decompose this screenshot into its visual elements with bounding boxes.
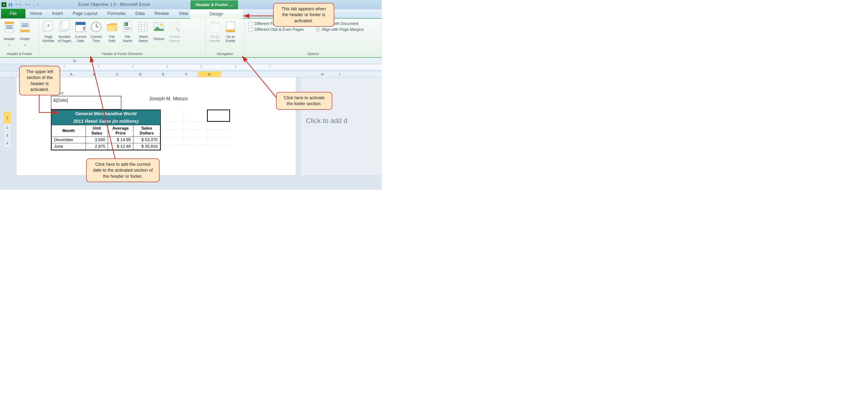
- table-row: December 3,560 $ 14.99 $ 53,370: [52, 137, 160, 143]
- data-table: General Merchandise World 2011 Retail Sa…: [51, 109, 161, 150]
- col-H[interactable]: H: [314, 71, 331, 77]
- picture-label: Picture: [153, 34, 164, 43]
- tab-formulas[interactable]: Formulas: [102, 9, 130, 18]
- file-path-button[interactable]: File Path: [104, 20, 120, 44]
- svg-text:#: #: [48, 24, 50, 28]
- quick-access-toolbar: X ↶ ▾ ↷ ▾ ▾: [0, 2, 38, 7]
- click-to-add-placeholder[interactable]: Click to add d: [301, 117, 347, 125]
- td-month[interactable]: December: [52, 137, 86, 143]
- tab-design[interactable]: Design: [190, 9, 243, 19]
- row-4[interactable]: 4: [4, 139, 11, 147]
- ruler-tick: 3: [132, 65, 134, 68]
- goto-footer-button[interactable]: Go to Footer: [223, 20, 238, 44]
- diff-odd-even-checkbox[interactable]: Different Odd & Even Pages: [249, 27, 304, 32]
- td-unit-sales[interactable]: 2,875: [86, 143, 108, 150]
- group-label-options: Options: [245, 51, 381, 57]
- tab-page-layout[interactable]: Page Layout: [68, 9, 102, 18]
- header-button[interactable]: Header ▼: [1, 20, 17, 47]
- goto-header-label: Go to Header: [209, 34, 220, 43]
- col-C[interactable]: C: [106, 71, 129, 77]
- sheet-name-label: Sheet Name: [139, 34, 148, 43]
- table-header-row: Month Unit Sales Average Price Sales Dol…: [52, 125, 160, 137]
- callout-tab: This tab appears when the header or foot…: [273, 3, 334, 27]
- svg-rect-11: [22, 25, 28, 26]
- calendar-icon: 7: [74, 20, 87, 34]
- td-avg-price[interactable]: $ 12.49: [108, 143, 133, 150]
- excel-app-icon[interactable]: X: [1, 2, 6, 7]
- undo-icon[interactable]: ↶ ▾: [15, 3, 22, 7]
- sheet-icon: [137, 20, 150, 34]
- active-cell-G1[interactable]: [207, 109, 230, 122]
- redo-icon[interactable]: ↷ ▾: [24, 3, 31, 7]
- row-3[interactable]: 3: [4, 132, 11, 139]
- td-month[interactable]: June: [52, 143, 86, 150]
- group-elements: #Page Number Number of Pages 7Current Da…: [39, 19, 206, 57]
- ruler-tick: 5: [201, 65, 202, 68]
- footer-button[interactable]: Footer ▼: [17, 20, 33, 47]
- col-B[interactable]: B: [83, 71, 106, 77]
- tab-insert[interactable]: Insert: [47, 9, 68, 18]
- col-G[interactable]: G: [198, 71, 221, 77]
- clock-icon: [90, 20, 102, 34]
- tab-review[interactable]: Review: [150, 9, 174, 18]
- tab-file[interactable]: File: [1, 9, 26, 18]
- picture-button[interactable]: Picture: [151, 20, 167, 44]
- ruler-tick: 4: [166, 65, 168, 68]
- picture-icon: [152, 20, 165, 34]
- col-A[interactable]: A: [60, 71, 83, 77]
- svg-rect-10: [22, 24, 28, 24]
- current-time-label: Current Time: [91, 34, 102, 43]
- footer-label: Footer: [20, 34, 30, 43]
- page-number-button[interactable]: #Page Number: [41, 20, 56, 44]
- checkbox-icon: [249, 28, 252, 32]
- folder-icon: [105, 20, 118, 34]
- th-unit-sales: Unit Sales: [86, 125, 108, 137]
- svg-rect-29: [125, 29, 130, 30]
- formula-bar[interactable]: fx: [0, 58, 382, 64]
- header-left-section[interactable]: &[Date]: [51, 96, 121, 109]
- row-2[interactable]: 2: [4, 124, 11, 132]
- table-title-2: 2011 Retail Sales (in millions): [52, 117, 160, 125]
- page-number-label: Page Number: [42, 34, 55, 43]
- file-name-button[interactable]: XFile Name: [120, 20, 135, 44]
- svg-rect-28: [125, 27, 130, 28]
- callout-header-left: The upper left section of the header is …: [19, 66, 60, 95]
- align-margins-checkbox[interactable]: Align with Page Margins: [316, 27, 364, 32]
- page-number-icon: #: [42, 20, 55, 34]
- fx-icon[interactable]: fx: [0, 59, 76, 63]
- goto-footer-label: Go to Footer: [226, 34, 236, 43]
- col-D[interactable]: D: [129, 71, 152, 77]
- tab-home[interactable]: Home: [26, 9, 47, 18]
- save-icon[interactable]: [8, 2, 13, 7]
- checkbox-checked-icon: [316, 28, 320, 32]
- contextual-tab-header-footer[interactable]: Header & Footer ...: [190, 0, 238, 9]
- select-all-corner[interactable]: [0, 71, 11, 77]
- svg-rect-9: [21, 30, 29, 32]
- col-E[interactable]: E: [152, 71, 175, 77]
- header-center-section[interactable]: Joseph M. Manzo: [122, 96, 215, 103]
- row-headers: 1 2 3 4: [4, 111, 11, 147]
- qat-customize-icon[interactable]: ▾: [37, 3, 38, 6]
- goto-header-button: Go to Header: [207, 20, 223, 44]
- col-I[interactable]: I: [331, 71, 348, 77]
- current-time-button[interactable]: Current Time: [88, 20, 104, 44]
- row-1[interactable]: 1: [4, 111, 11, 124]
- table-row: June 2,875 $ 12.49 $ 35,916: [52, 143, 160, 150]
- current-date-label: Current Date: [75, 34, 86, 43]
- svg-rect-1: [9, 3, 12, 4]
- td-unit-sales[interactable]: 3,560: [86, 137, 108, 143]
- sheet-name-button[interactable]: Sheet Name: [135, 20, 151, 44]
- tab-data[interactable]: Data: [130, 9, 150, 18]
- ruler-tick: 7: [269, 65, 271, 68]
- td-sales-dollars[interactable]: $ 35,916: [133, 143, 160, 150]
- td-avg-price[interactable]: $ 14.99: [108, 137, 133, 143]
- number-of-pages-button[interactable]: Number of Pages: [56, 20, 73, 44]
- header-label: Header: [4, 34, 15, 43]
- col-F[interactable]: F: [175, 71, 198, 77]
- number-of-pages-icon: [58, 20, 71, 34]
- th-month: Month: [52, 125, 86, 137]
- col-gap: [221, 71, 314, 77]
- current-date-button[interactable]: 7Current Date: [73, 20, 88, 44]
- td-sales-dollars[interactable]: $ 53,370: [133, 137, 160, 143]
- format-picture-icon: [168, 20, 181, 34]
